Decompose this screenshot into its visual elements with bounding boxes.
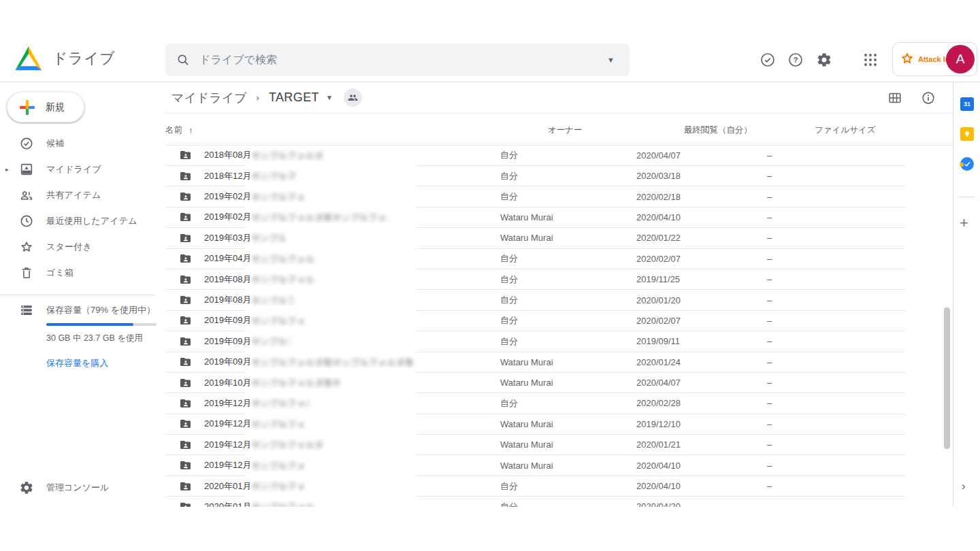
sidebar-item-trash[interactable]: ゴミ箱 [0,260,163,286]
google-apps-grid-icon[interactable] [862,52,879,68]
org-logo-star-icon [900,52,915,67]
search-input[interactable] [199,54,603,66]
collapse-panel-chevron-icon[interactable]: › [962,480,966,493]
folder-name-prefix: 2019年10月 [204,377,251,389]
owner-cell: Wataru Murai [500,378,636,388]
shared-folder-icon [178,459,193,471]
folder-name-redacted: サンプルフォルダ名サンプルフォルダ名サンプルフォルダ名サンプル様 [251,377,340,388]
folder-name-prefix: 2019年08月 [204,273,251,286]
add-addon-plus-icon[interactable]: + [960,216,968,231]
sidebar-item-storage[interactable]: 保存容量（79% を使用中） [0,301,163,319]
search-options-caret-icon[interactable]: ▼ [603,56,619,64]
shared-folder-icon [178,232,193,244]
column-header-file-size[interactable]: ファイルサイズ [815,124,905,136]
admin-console-icon [19,480,34,495]
sidebar-item-clock[interactable]: 最近使用したアイテム [0,208,163,234]
sidebar: 新規 候補 ▸ マイドライブ 共有アイテム 最近使用したアイテム スター付き ゴ… [0,82,163,507]
tasks-icon[interactable] [960,157,974,171]
new-button[interactable]: 新規 [7,92,84,122]
file-size-cell: – [767,419,858,429]
folder-name-prefix: 2020年01月 [204,480,251,492]
folder-name-redacted: サンプルフォルダ名サンプルフォルダ名サンプルフォルダ名サンプル様 [251,418,306,430]
shared-folder-icon [178,170,193,182]
settings-gear-icon[interactable] [816,52,832,68]
drive-icon [19,162,34,177]
shared-folder-icon [178,190,193,203]
drive-logo[interactable]: ドライブ [14,46,115,71]
expand-arrow-icon[interactable]: ▸ [5,166,12,173]
availability-check-icon[interactable] [760,52,776,68]
last-viewed-cell: 2019/12/10 [636,419,767,429]
sidebar-item-label: スター付き [46,241,92,253]
file-size-cell: – [767,254,858,264]
folder-name-redacted: サンプルフォルダ名サンプルフォルダ名サンプルフォルダ名サンプル様 [251,397,309,409]
sidebar-item-star[interactable]: スター付き [0,234,163,260]
folder-name-prefix: 2019年09月 [204,335,251,348]
sidebar-item-drive[interactable]: ▸ マイドライブ [0,156,163,182]
owner-cell: Wataru Murai [500,439,636,450]
last-viewed-cell: 2020/04/07 [636,150,767,161]
owner-cell: 自分 [500,294,636,306]
last-viewed-cell: 2019/09/11 [636,336,767,346]
folder-name-prefix: 2019年02月 [204,190,251,203]
file-size-cell: – [767,212,858,222]
folder-name-prefix: 2018年12月 [204,170,251,182]
people-icon [348,93,358,103]
last-viewed-cell: 2020/04/10 [636,481,767,491]
folder-name-redacted: サンプルフォルダ名サンプルフォルダ名サンプルフォルダ名サンプル様 [251,212,389,223]
folder-name-prefix: 2019年12月 [204,397,251,410]
keep-icon[interactable] [960,127,974,141]
last-viewed-cell: 2020/01/22 [636,233,767,243]
scrollbar-thumb[interactable] [944,307,950,449]
column-header-owner[interactable]: オーナー [548,124,684,136]
breadcrumb-separator-icon: › [257,93,259,103]
calendar-icon[interactable]: 31 [960,97,974,111]
help-icon[interactable]: ? [787,52,804,68]
folder-name-redacted: サンプルフォルダ名サンプルフォルダ名サンプルフォルダ名サンプル様 [251,460,306,471]
sidebar-item-check-circle[interactable]: 候補 [0,131,163,156]
sidebar-item-admin-console[interactable]: 管理コンソール [0,475,163,501]
last-viewed-cell: 2020/04/10 [636,212,767,222]
column-header-last-viewed[interactable]: 最終閲覧（自分） [684,124,815,136]
account-avatar[interactable]: A [946,45,975,73]
shared-folder-icon [178,356,193,368]
buy-storage-link[interactable]: 保存容量を購入 [46,357,108,369]
workspace-side-panel: 31 + › [953,82,980,507]
last-viewed-cell: 2020/01/24 [636,357,767,367]
sort-ascending-icon[interactable]: ↑ [189,125,193,135]
google-drive-window: ドライブ ▼ ? [0,37,980,507]
column-header-name[interactable]: 名前 ↑ [165,124,548,136]
shared-folder-icon [178,480,193,492]
people-icon [19,188,34,203]
svg-text:?: ? [793,56,798,64]
sidebar-item-label: 共有アイテム [46,189,101,201]
folder-name-redacted: サンプルフォルダ名サンプルフォルダ名サンプルフォルダ名サンプル様 [251,335,291,347]
last-viewed-cell: 2020/01/20 [636,295,767,305]
grid-view-toggle-icon[interactable] [887,90,902,105]
folder-menu-caret-icon[interactable]: ▼ [326,94,333,101]
owner-cell: 自分 [500,273,636,286]
main-content: マイドライブ › TARGET ▼ [165,82,953,507]
sidebar-item-label: 候補 [46,137,64,150]
shared-folder-icon [178,273,193,286]
storage-label: 保存容量（79% を使用中） [46,304,155,316]
info-icon[interactable] [921,90,936,105]
shared-folder-icon [178,377,193,389]
owner-cell: 自分 [500,314,636,327]
file-list: 2018年08月サンプルフォルダ名サンプルフォルダ名サンプルフォルダ名サンプル様… [165,146,953,507]
folder-name-prefix: 2019年12月 [204,418,251,430]
account-chip[interactable]: Attack Inc. A [892,42,977,76]
breadcrumb-my-drive[interactable]: マイドライブ [172,90,247,106]
shared-folder-icon [178,211,193,223]
breadcrumb-current-folder[interactable]: TARGET [269,90,319,105]
shared-folder-icon [178,252,193,265]
sidebar-item-label: 最近使用したアイテム [46,215,137,227]
folder-name-redacted: サンプルフォルダ名サンプルフォルダ名サンプルフォルダ名サンプル様 [251,315,304,327]
search-bar[interactable]: ▼ [165,44,630,76]
owner-cell: Wataru Murai [500,233,636,243]
folder-name-redacted: サンプルフォルダ名サンプルフォルダ名サンプルフォルダ名サンプル様 [251,501,316,506]
file-size-cell: – [767,316,858,326]
owner-cell: Wataru Murai [500,212,636,222]
sidebar-item-people[interactable]: 共有アイテム [0,182,163,208]
shared-status-chip[interactable] [344,88,362,107]
